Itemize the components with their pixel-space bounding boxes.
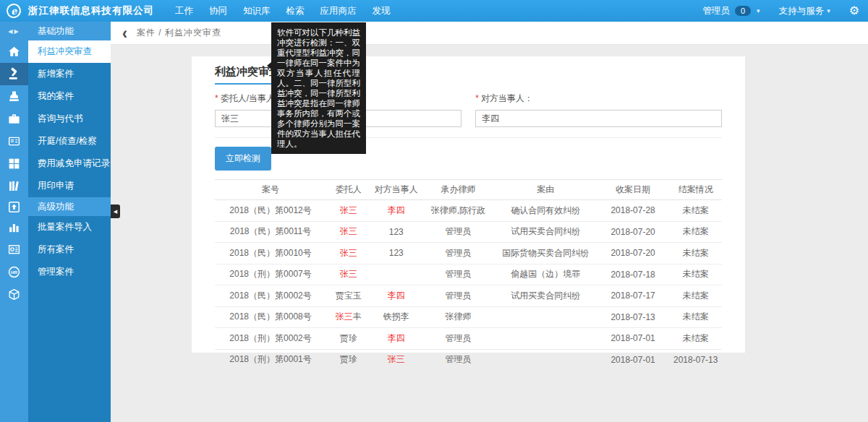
table-cell: 李四 bbox=[371, 200, 422, 222]
topnav-item[interactable]: 发现 bbox=[365, 0, 399, 22]
notification-badge: 0 bbox=[735, 6, 751, 16]
sidebar-item[interactable]: 利益冲突审查 bbox=[28, 40, 111, 63]
table-cell: 未结案 bbox=[669, 306, 722, 328]
table-cell: 铁拐李 bbox=[371, 306, 422, 328]
topnav-item[interactable]: 工作 bbox=[167, 0, 201, 22]
table-cell: 贾宝玉 bbox=[326, 285, 370, 307]
table-cell: 2018（民）第0010号 bbox=[215, 243, 326, 264]
sidebar-item[interactable]: 新增案件 bbox=[28, 63, 111, 85]
table-cell: 2018（刑）第0007号 bbox=[215, 264, 326, 285]
table-cell: 2018-07-18 bbox=[597, 264, 670, 285]
table-cell bbox=[495, 328, 597, 350]
sidebar-item[interactable]: 批量案件导入 bbox=[28, 216, 111, 238]
check-now-button[interactable]: 立即检测 bbox=[215, 147, 271, 171]
table-row: 2018（民）第0012号张三李四张律师,陈行政确认合同有效纠纷2018-07-… bbox=[215, 200, 722, 222]
table-cell: 张三 bbox=[326, 264, 370, 285]
table-cell: 试用买卖合同纠纷 bbox=[495, 221, 597, 243]
breadcrumb-bar: ‹ 案件 / 利益冲突审查 bbox=[111, 22, 868, 45]
table-cell: 管理员 bbox=[422, 243, 495, 264]
table-cell: 2018-07-20 bbox=[597, 221, 670, 243]
cube-icon[interactable] bbox=[0, 283, 28, 306]
table-cell: 2018-07-13 bbox=[669, 349, 722, 371]
back-chevron-icon[interactable]: ‹ bbox=[122, 25, 127, 41]
conflict-help-tooltip: 软件可对以下几种利益冲突进行检测：一、双重代理型利益冲突，同一律师在同一案件中为… bbox=[271, 22, 366, 154]
table-cell: 2018（民）第0011号 bbox=[215, 221, 326, 243]
topnav-item[interactable]: 检索 bbox=[278, 0, 312, 22]
table-row: 2018（民）第0011号张三123管理员试用买卖合同纠纷2018-07-20未… bbox=[215, 221, 722, 243]
required-mark: * bbox=[475, 93, 479, 103]
support-menu[interactable]: 支持与服务 ▾ bbox=[779, 5, 830, 17]
table-row: 2018（刑）第0002号贾珍李四管理员2018-07-01未结案 bbox=[215, 328, 722, 350]
table-cell: 未结案 bbox=[669, 285, 722, 307]
gavel-icon[interactable] bbox=[0, 63, 28, 85]
app-screen: e 浙江律联信息科技有限公司 工作协同知识库检索应用商店发现 管理员 0 ▾ 支… bbox=[0, 0, 868, 422]
table-cell: 贾珍 bbox=[326, 349, 370, 371]
table-cell bbox=[371, 264, 422, 285]
topnav-item[interactable]: 应用商店 bbox=[312, 0, 365, 22]
gear-icon[interactable]: ⚙ bbox=[849, 5, 859, 17]
conflict-results-table: 案号委托人对方当事人承办律师案由收案日期结案情况 2018（民）第0012号张三… bbox=[215, 179, 722, 371]
grid-icon[interactable] bbox=[0, 152, 28, 175]
column-header: 对方当事人 bbox=[371, 180, 422, 200]
table-cell: 2018（刑）第0002号 bbox=[215, 328, 326, 350]
table-cell: 管理员 bbox=[422, 328, 495, 350]
table-cell: 张三 bbox=[326, 243, 370, 264]
sidebar-icon-strip: ◀▶HR bbox=[0, 22, 28, 422]
sidebar-item[interactable]: 开庭/侦查/检察 bbox=[28, 130, 111, 152]
home-icon[interactable] bbox=[0, 40, 28, 63]
barchart-icon[interactable] bbox=[0, 216, 28, 238]
column-header: 收案日期 bbox=[597, 180, 670, 200]
table-cell: 未结案 bbox=[669, 264, 722, 285]
table-cell: 2018-07-20 bbox=[597, 243, 670, 264]
table-header-row: 案号委托人对方当事人承办律师案由收案日期结案情况 bbox=[215, 180, 722, 200]
sidebar-item[interactable]: 我的案件 bbox=[28, 85, 111, 108]
sidebar-item[interactable]: 咨询与代书 bbox=[28, 108, 111, 130]
table-cell: 试用买卖合同纠纷 bbox=[495, 285, 597, 307]
opponent-field-label: *对方当事人： bbox=[475, 92, 722, 105]
table-cell: 国际货物买卖合同纠纷 bbox=[495, 243, 597, 264]
table-cell: 贾珍 bbox=[326, 328, 370, 350]
user-menu[interactable]: 管理员 0 ▾ bbox=[702, 5, 760, 17]
sidebar-item[interactable]: 所有案件 bbox=[28, 238, 111, 261]
table-cell: 123 bbox=[371, 243, 422, 264]
table-row: 2018（民）第0002号贾宝玉李四管理员试用买卖合同纠纷2018-07-17未… bbox=[215, 285, 722, 307]
required-mark: * bbox=[215, 93, 218, 103]
table-cell: 2018-07-01 bbox=[597, 328, 670, 350]
table-cell: 李四 bbox=[371, 328, 422, 350]
table-cell: 未结案 bbox=[669, 328, 722, 350]
upload-icon[interactable] bbox=[0, 197, 28, 216]
report-icon[interactable] bbox=[0, 238, 28, 261]
topnav-item[interactable]: 协同 bbox=[201, 0, 235, 22]
table-cell: 2018-07-01 bbox=[597, 349, 670, 371]
table-cell: 2018-07-17 bbox=[597, 285, 670, 307]
tooltip-text: 软件可对以下几种利益冲突进行检测：一、双重代理型利益冲突，同一律师在同一案件中为… bbox=[277, 28, 360, 148]
topbar-right: 管理员 0 ▾ 支持与服务 ▾ ⚙ bbox=[702, 5, 859, 17]
briefcase-icon[interactable] bbox=[0, 108, 28, 130]
sidebar-item[interactable]: 管理案件 bbox=[28, 261, 111, 283]
opponent-field-group: *对方当事人： bbox=[475, 92, 722, 127]
tooltip-arrow bbox=[267, 62, 271, 69]
collapse-arrows-icon[interactable]: ◀▶ bbox=[0, 22, 28, 40]
topnav-item[interactable]: 知识库 bbox=[235, 0, 278, 22]
table-cell bbox=[495, 349, 597, 371]
table-cell: 管理员 bbox=[422, 285, 495, 307]
sidebar-item[interactable]: 用印申请 bbox=[28, 175, 111, 197]
books-icon[interactable] bbox=[0, 175, 28, 197]
table-cell: 张律师,陈行政 bbox=[422, 200, 495, 222]
chevron-down-icon: ▾ bbox=[827, 7, 830, 14]
table-cell: 未结案 bbox=[669, 200, 722, 222]
sidebar-item[interactable]: 费用减免申请记录 bbox=[28, 152, 111, 175]
table-cell: 张三 bbox=[326, 200, 370, 222]
table-cell: 2018（民）第0008号 bbox=[215, 306, 326, 328]
table-cell: 2018（刑）第0001号 bbox=[215, 349, 326, 371]
table-cell: 张三 bbox=[371, 349, 422, 371]
opponent-input[interactable] bbox=[475, 110, 722, 127]
idcard-icon[interactable] bbox=[0, 130, 28, 152]
table-cell: 张律师 bbox=[422, 306, 495, 328]
table-cell: 偷越国（边）境罪 bbox=[495, 264, 597, 285]
stamp-icon[interactable] bbox=[0, 85, 28, 108]
sidebar-collapse-tab[interactable]: ◀ bbox=[111, 204, 120, 218]
hr-icon[interactable]: HR bbox=[0, 261, 28, 283]
company-name: 浙江律联信息科技有限公司 bbox=[28, 4, 154, 17]
table-row: 2018（刑）第0001号贾珍张三管理员2018-07-012018-07-13 bbox=[215, 349, 722, 371]
